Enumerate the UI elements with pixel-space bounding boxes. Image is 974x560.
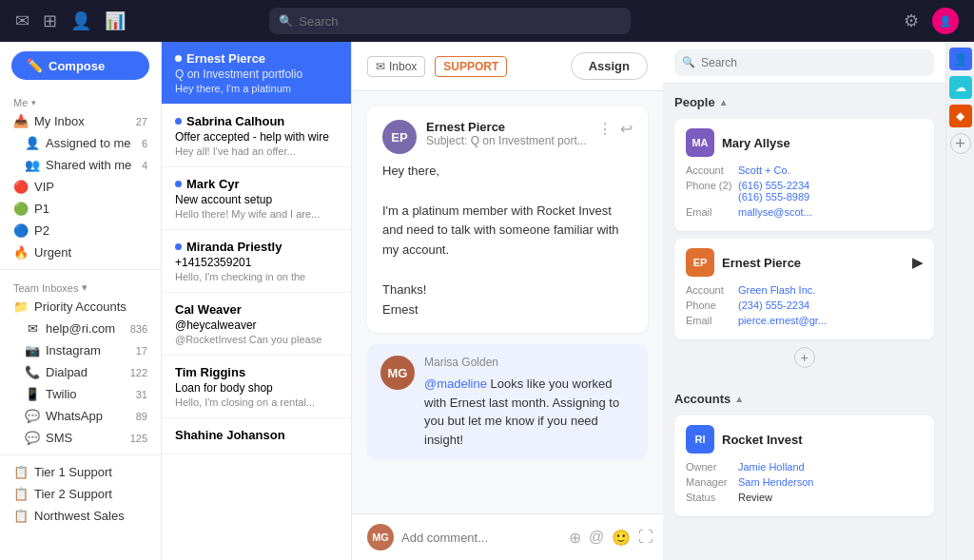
inbox-icon-sm: ✉ (376, 60, 385, 73)
phone-1[interactable]: (616) 555-2234 (738, 180, 923, 191)
account-avatar: RI (686, 425, 714, 454)
sidebar-item-tier2[interactable]: 📋 Tier 2 Support (0, 483, 161, 505)
owner-value[interactable]: Jamie Holland (738, 461, 923, 473)
sidebar-item-priority-accounts[interactable]: 📁 Priority Accounts (0, 296, 161, 318)
urgent-label: Urgent (34, 245, 147, 260)
conv-item-tim-riggins[interactable]: Tim Riggins Loan for body shop Hello, I'… (162, 356, 351, 418)
people-section: People ▲ MA Mary Allyse Account Scott + … (663, 84, 945, 380)
person-phone-row: Phone (2) (616) 555-2234 (616) 555-8989 (686, 180, 923, 203)
help-ri-count: 836 (130, 323, 147, 335)
sidebar-item-sms[interactable]: 💬 SMS 125 (0, 427, 161, 449)
settings-icon[interactable]: ⚙ (904, 10, 919, 31)
sidebar-item-p2[interactable]: 🔵 P2 (0, 220, 161, 241)
account-value[interactable]: Scott + Co. (738, 164, 923, 176)
integration-icon[interactable]: ◆ (949, 105, 972, 127)
account-label: Account (686, 164, 738, 176)
conv-subject: Offer accepted - help with wire (175, 130, 338, 144)
ep-email-value[interactable]: pierce.ernest@gr... (738, 315, 923, 326)
people-arrow[interactable]: ▲ (719, 97, 729, 107)
team-section-label[interactable]: Team Inboxes ▾ (0, 276, 161, 296)
support-badge[interactable]: SUPPORT (435, 56, 507, 77)
person-expand-arrow[interactable]: ▶ (912, 255, 923, 270)
cloud-icon[interactable]: ☁ (949, 76, 972, 99)
sidebar-item-instagram[interactable]: 📷 Instagram 17 (0, 339, 161, 361)
conversation-list: Ernest Pierce Q on Investment portfolio … (162, 42, 352, 560)
crm-person-icon[interactable]: 👤 (949, 48, 972, 70)
mail-icon[interactable]: ✉ (15, 10, 29, 31)
sidebar-item-northwest[interactable]: 📋 Northwest Sales (0, 505, 161, 527)
conv-item-cal-weaver[interactable]: Cal Weaver @heycalweaver @RocketInvest C… (162, 293, 351, 356)
add-integration-button[interactable]: + (950, 133, 971, 154)
sidebar-item-urgent[interactable]: 🔥 Urgent (0, 241, 161, 263)
sidebar-item-twilio[interactable]: 📱 Twilio 31 (0, 383, 161, 405)
top-nav: ✉ ⊞ 👤 📊 🔍 ⚙ 👤 (0, 0, 974, 42)
sidebar-item-whatsapp[interactable]: 💬 WhatsApp 89 (0, 405, 161, 427)
message-subject: Subject: Q on Investment port... (426, 134, 588, 147)
northwest-label: Northwest Sales (34, 509, 147, 523)
reply-icon[interactable]: ↩ (620, 120, 633, 138)
conv-item-miranda-priestly[interactable]: Miranda Priestly +14152359201 Hello, I'm… (162, 230, 351, 293)
inbox-badge-label: Inbox (389, 60, 417, 73)
message-header: EP Ernest Pierce Subject: Q on Investmen… (382, 120, 633, 154)
mention-tag: @madeline (424, 377, 487, 391)
assign-button[interactable]: Assign (571, 52, 648, 80)
account-card-rocket-invest: RI Rocket Invest Owner Jamie Holland Man… (674, 415, 934, 516)
chart-icon[interactable]: 📊 (105, 10, 126, 31)
conv-item-sabrina-calhoun[interactable]: Sabrina Calhoun Offer accepted - help wi… (162, 105, 351, 167)
sidebar-item-help-ri[interactable]: ✉ help@ri.com 836 (0, 318, 161, 339)
more-icon[interactable]: ⋮ (597, 120, 613, 138)
sidebar-item-assigned-to-me[interactable]: 👤 Assigned to me 6 (0, 132, 161, 154)
ep-phone-value[interactable]: (234) 555-2234 (738, 299, 923, 311)
comment-input[interactable] (401, 531, 561, 545)
conv-item-mark-cyr[interactable]: Mark Cyr New account setup Hello there! … (162, 167, 351, 230)
emoji-icon[interactable]: 🙂 (612, 529, 631, 547)
team-label: Team Inboxes (13, 282, 78, 294)
conv-item-shahine-johanson[interactable]: Shahine Johanson (162, 418, 351, 454)
conv-preview: Hello, I'm closing on a rental... (175, 396, 338, 408)
sidebar-item-tier1[interactable]: 📋 Tier 1 Support (0, 461, 161, 483)
at-icon[interactable]: @ (589, 529, 604, 547)
sidebar-item-my-inbox[interactable]: 📥 My Inbox 27 (0, 110, 161, 132)
phone-label: Phone (2) (686, 180, 738, 203)
me-section-label[interactable]: Me ▾ (0, 91, 161, 110)
add-icon[interactable]: ⊕ (569, 529, 581, 547)
nav-search-input[interactable] (299, 14, 621, 29)
tier1-icon: 📋 (13, 465, 29, 479)
expand-icon[interactable]: ⛶ (638, 529, 653, 547)
twilio-label: Twilio (46, 387, 130, 401)
nav-search-bar[interactable]: 🔍 (269, 8, 631, 34)
sidebar-item-shared-with-me[interactable]: 👥 Shared with me 4 (0, 154, 161, 176)
sidebar-item-dialpad[interactable]: 📞 Dialpad 122 (0, 361, 161, 383)
comment-avatar: MG (380, 356, 415, 390)
grid-icon[interactable]: ⊞ (43, 10, 57, 31)
right-search-input[interactable] (701, 56, 926, 69)
priority-label: Priority Accounts (34, 299, 147, 314)
comment-author-row: MG Marisa Golden @madeline Looks like yo… (380, 356, 634, 449)
compose-button[interactable]: ✏️ Compose (11, 51, 149, 80)
accounts-arrow[interactable]: ▲ (734, 394, 744, 404)
online-dot (175, 181, 182, 187)
sidebar-item-vip[interactable]: 🔴 VIP (0, 176, 161, 198)
ep-account-value[interactable]: Green Flash Inc. (738, 284, 923, 296)
comment-avatar-initials: MG (388, 366, 408, 380)
person-avatar-ma: MA (686, 128, 714, 157)
add-person-button[interactable]: + (794, 347, 815, 368)
conv-item-ernest-pierce[interactable]: Ernest Pierce Q on Investment portfolio … (162, 42, 351, 105)
conv-name: Shahine Johanson (175, 428, 338, 442)
whatsapp-label: WhatsApp (46, 409, 130, 423)
phone-2[interactable]: (616) 555-8989 (738, 191, 923, 203)
sidebar-item-p1[interactable]: 🟢 P1 (0, 198, 161, 220)
message-body: Hey there, I'm a platinum member with Ro… (382, 162, 633, 319)
user-icon[interactable]: 👤 (70, 10, 91, 31)
urgent-icon: 🔥 (13, 245, 29, 260)
email-value[interactable]: mallyse@scot... (738, 206, 923, 218)
person-card-ernest-pierce: EP Ernest Pierce ▶ Account Green Flash I… (674, 239, 934, 339)
accounts-section: Accounts ▲ RI Rocket Invest Owner Jamie … (663, 380, 945, 528)
ep-account-row: Account Green Flash Inc. (686, 284, 923, 296)
manager-value[interactable]: Sam Henderson (738, 476, 923, 488)
right-search-bar[interactable]: 🔍 (674, 49, 934, 76)
avatar[interactable]: 👤 (932, 8, 959, 34)
inbox-badge[interactable]: ✉ Inbox (367, 56, 425, 77)
message-avatar: EP (382, 120, 417, 154)
comment-input-actions: ⊕ @ 🙂 ⛶ (569, 529, 653, 547)
